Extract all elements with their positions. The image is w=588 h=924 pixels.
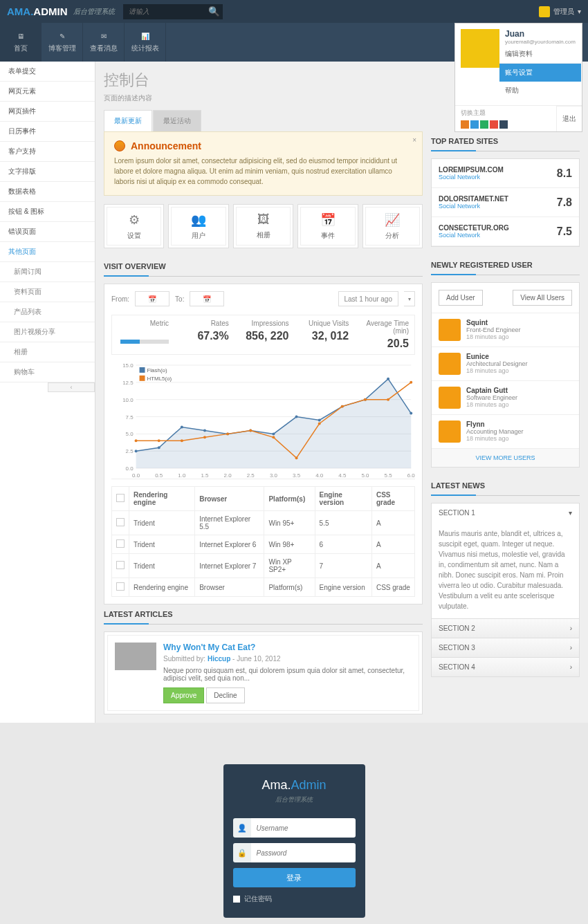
svg-text:10.0: 10.0 — [122, 397, 134, 403]
article-title[interactable]: Why Won't My Cat Eat? — [163, 643, 412, 652]
sidebar-item[interactable]: 数据表格 — [0, 182, 95, 202]
to-date[interactable]: 📅 — [190, 291, 224, 306]
metric-slider[interactable] — [120, 340, 169, 344]
section-news: LATEST NEWS — [431, 476, 580, 496]
user-row[interactable]: FlynnAccounting Manager18 minutes ago — [432, 415, 579, 449]
sidebar-subitem[interactable]: 图片视频分享 — [0, 322, 95, 342]
nav-blog[interactable]: ✎博客管理 — [42, 23, 83, 62]
svg-point-44 — [226, 432, 229, 435]
login-button[interactable]: 登录 — [233, 868, 356, 887]
chart-icon: 📈 — [385, 212, 400, 228]
view-all-users-button[interactable]: View All Users — [513, 290, 572, 306]
section-visit: VISIT OVERVIEW — [104, 257, 423, 277]
accordion-section[interactable]: SECTION 2› — [431, 618, 580, 638]
sidebar-item[interactable]: 网页元素 — [0, 82, 95, 102]
remember-checkbox[interactable] — [233, 896, 240, 903]
user-row[interactable]: SquintFront-End Engineer18 minutes ago — [432, 313, 579, 347]
password-input[interactable] — [251, 843, 356, 862]
sidebar-item[interactable]: 表单提交 — [0, 62, 95, 82]
svg-text:5.0: 5.0 — [126, 431, 134, 437]
nav-messages[interactable]: ✉查看消息 — [83, 23, 125, 62]
site-row[interactable]: LOREMIPSUM.COMSocial Network8.1 — [432, 159, 579, 188]
logout[interactable]: 退出 — [556, 106, 582, 131]
svg-point-50 — [364, 398, 367, 401]
approve-button[interactable]: Approve — [163, 687, 204, 703]
sidebar-collapse[interactable]: ‹ — [48, 382, 95, 392]
user-row[interactable]: EuniceArchitectural Designer18 minutes a… — [432, 347, 579, 381]
svg-point-27 — [135, 450, 138, 452]
svg-text:0.5: 0.5 — [155, 472, 163, 479]
svg-point-30 — [203, 429, 206, 432]
users-icon: 👥 — [191, 212, 206, 228]
user-name: Juan — [505, 29, 576, 39]
from-date[interactable]: 📅 — [135, 291, 169, 306]
sidebar-item[interactable]: 客户支持 — [0, 142, 95, 162]
svg-rect-53 — [140, 367, 145, 373]
tile-analytics[interactable]: 📈分析 — [362, 204, 423, 248]
theme-label: 切换主题 — [455, 106, 556, 118]
tile-settings[interactable]: ⚙设置 — [104, 204, 164, 248]
add-user-button[interactable]: Add User — [439, 290, 483, 306]
accordion-section[interactable]: SECTION 4› — [431, 657, 580, 677]
svg-text:4.5: 4.5 — [338, 472, 347, 479]
tile-events[interactable]: 📅事件 — [297, 204, 358, 248]
nav-home[interactable]: 🖥首页 — [0, 23, 42, 62]
svg-point-29 — [181, 425, 183, 428]
announcement: × Announcement Lorem ipsum dolor sit ame… — [104, 131, 423, 196]
sidebar-subitem[interactable]: 资料页面 — [0, 282, 95, 302]
sidebar-item[interactable]: 文字排版 — [0, 162, 95, 182]
article-meta: Submitted by: Hiccup - June 10, 2012 — [163, 655, 412, 663]
range-select[interactable]: Last 1 hour ago — [338, 291, 399, 306]
svg-point-33 — [272, 432, 275, 435]
announcement-icon — [114, 140, 125, 151]
to-label: To: — [175, 295, 184, 303]
tab-recent[interactable]: 最近活动 — [153, 110, 201, 131]
svg-point-45 — [249, 429, 252, 432]
sidebar-subitem[interactable]: 产品列表 — [0, 302, 95, 322]
svg-text:1.0: 1.0 — [178, 472, 186, 479]
chevron-down-icon: ▾ — [569, 509, 572, 517]
chart-icon: 📊 — [139, 31, 151, 41]
accordion-section[interactable]: SECTION 3› — [431, 638, 580, 658]
user-menu-settings[interactable]: 账号设置 — [499, 63, 581, 82]
accordion-section[interactable]: SECTION 1▾ — [431, 503, 580, 522]
tile-gallery[interactable]: 🖼相册 — [233, 204, 293, 248]
sidebar-item[interactable]: 错误页面 — [0, 222, 95, 242]
site-row[interactable]: CONSECTETUR.ORGSocial Network7.5 — [432, 217, 579, 246]
svg-text:2.5: 2.5 — [247, 472, 255, 479]
nav-stats[interactable]: 📊统计报表 — [125, 23, 166, 62]
site-row[interactable]: DOLORSITAMET.NETSocial Network7.8 — [432, 188, 579, 217]
sidebar-subitem[interactable]: 购物车 — [0, 362, 95, 382]
gear-icon: ⚙ — [129, 212, 140, 228]
tile-users[interactable]: 👥用户 — [168, 204, 228, 248]
user-menu[interactable]: 管理员▾ — [539, 6, 581, 17]
svg-point-49 — [341, 405, 344, 408]
monitor-icon: 🖥 — [15, 31, 27, 41]
user-menu-edit[interactable]: 编辑资料 — [505, 45, 576, 63]
sidebar-subitem[interactable]: 新闻订阅 — [0, 262, 95, 282]
login-panel: Ama.Admin 后台管理系统 👤 🔒 登录 记住密码 — [223, 764, 365, 918]
svg-point-51 — [387, 398, 389, 401]
user-menu-help[interactable]: 帮助 — [505, 82, 576, 100]
svg-text:4.0: 4.0 — [315, 472, 324, 479]
close-icon[interactable]: × — [412, 136, 416, 144]
sidebar-item[interactable]: 网页插件 — [0, 102, 95, 122]
view-more-link[interactable]: VIEW MORE USERS — [432, 449, 579, 467]
sidebar-item[interactable]: 按钮 & 图标 — [0, 202, 95, 222]
theme-picker[interactable] — [455, 118, 556, 131]
sidebar-item[interactable]: 日历事件 — [0, 122, 95, 142]
sidebar-subitem[interactable]: 相册 — [0, 342, 95, 362]
sidebar: 表单提交 网页元素 网页插件 日历事件 客户支持 文字排版 数据表格 按钮 & … — [0, 62, 95, 723]
user-dropdown: Juan youremail@yourdomain.com 编辑资料 账号设置 … — [454, 23, 582, 132]
sidebar-item[interactable]: 其他页面 — [0, 242, 95, 262]
lock-icon: 🔒 — [233, 843, 251, 862]
tab-latest[interactable]: 最新更新 — [104, 110, 152, 131]
user-row[interactable]: Captain GuttSoftware Engineer18 minutes … — [432, 381, 579, 415]
chevron-down-icon[interactable]: ▾ — [404, 291, 415, 306]
search-button[interactable]: 🔍 — [206, 4, 223, 19]
search-input[interactable] — [123, 4, 206, 19]
from-label: From: — [111, 295, 129, 303]
decline-button[interactable]: Decline — [206, 687, 244, 703]
username-input[interactable] — [251, 818, 356, 838]
svg-text:HTML5(o): HTML5(o) — [147, 376, 172, 382]
